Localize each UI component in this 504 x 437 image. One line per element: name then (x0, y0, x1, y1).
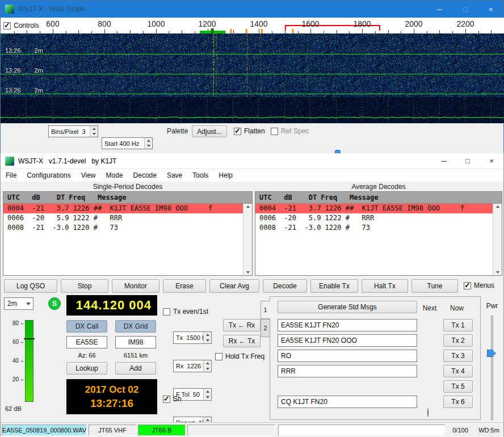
band-combobox[interactable]: 2m (4, 297, 33, 310)
decode-row[interactable]: 0004 -21 3.7 1226 ## K1JT EA5SE IM98 OOO… (255, 204, 493, 213)
enable-tx-button[interactable]: Enable Tx (310, 279, 358, 293)
dx-grid-button[interactable]: DX Grid (115, 320, 156, 333)
menu-view[interactable]: View (76, 170, 101, 181)
scale-label: 2000 (405, 19, 422, 28)
progress-bar (278, 425, 445, 436)
meter-level-mark (24, 338, 35, 339)
pwr-label: Pwr (481, 302, 503, 310)
maximize-icon[interactable]: □ (456, 153, 480, 169)
frequency-scale[interactable]: 600 800 1000 1200 1400 1600 1800 2000 22… (1, 18, 503, 33)
frequency-display[interactable]: 144.120 004 (66, 295, 157, 316)
menu-mode[interactable]: Mode (101, 170, 128, 181)
tx2-now-button[interactable]: Tx 2 (443, 334, 473, 347)
tune-button[interactable]: Tune (411, 279, 458, 293)
tx1-message-field[interactable]: EA5SE K1JT FN20 (278, 319, 417, 331)
spinner-arrows-icon[interactable] (144, 138, 152, 149)
tx3-message-field[interactable]: RO (278, 350, 417, 362)
tx6-now-button[interactable]: Tx 6 (443, 396, 473, 408)
dx-grid-field[interactable]: IM98 (115, 336, 156, 348)
decode-row[interactable]: 0008 -21 -3.0 1220 # 73 (3, 223, 243, 233)
menu-decode[interactable]: Decode (128, 170, 162, 181)
menu-help[interactable]: Help (213, 170, 238, 181)
hold-tx-freq-label: Hold Tx Freq (225, 352, 264, 360)
tx-freq-spinner[interactable]: Tx 1500 Hz (173, 331, 212, 344)
wide-graph-titlebar[interactable]: WSJT-X - Wide Graph ─ □ × (1, 1, 503, 18)
menu-save[interactable]: Save (162, 170, 187, 181)
tab-messages-2[interactable]: 2 (261, 319, 270, 337)
controls-checkbox[interactable]: Controls (3, 22, 41, 30)
scroll-down-icon[interactable] (496, 271, 499, 274)
bins-per-pixel-spinner[interactable]: Bins/Pixel 3 (48, 125, 98, 137)
flatten-checkbox[interactable]: Flatten (234, 127, 265, 135)
clock-date: 2017 Oct 02 (85, 384, 139, 396)
close-icon[interactable]: × (478, 1, 503, 18)
stop-button[interactable]: Stop (61, 279, 108, 293)
tx1-now-button[interactable]: Tx 1 (443, 319, 473, 331)
sh-checkbox[interactable]: Sh (163, 395, 182, 403)
scroll-down-icon[interactable] (246, 271, 250, 274)
menu-tools[interactable]: Tools (187, 170, 213, 181)
spinner-arrows-icon[interactable] (203, 389, 211, 400)
decode-row[interactable]: 0004 -21 3.7 1226 ## K1JT EA5SE IM98 OOO… (3, 204, 243, 213)
waterfall-timestamp: 13:26 2m (5, 47, 43, 54)
rx-from-tx-button[interactable]: Rx ← Tx (223, 335, 261, 347)
dx-call-button[interactable]: DX Call (66, 320, 107, 333)
lookup-button[interactable]: Lookup (66, 362, 107, 375)
generate-std-msgs-button[interactable]: Generate Std Msgs (278, 301, 417, 313)
minimize-icon[interactable]: ─ (427, 1, 452, 18)
wav-file-badge: EA5SE_050819_000800.WAV (2, 425, 87, 436)
scrollbar[interactable] (243, 204, 252, 275)
wide-graph-controls: Bins/Pixel 3 Start 400 Hz Palette Adjust… (1, 123, 503, 154)
pwr-slider[interactable] (486, 316, 498, 420)
tx4-message-field[interactable]: RRR (278, 365, 417, 377)
halt-tx-button[interactable]: Halt Tx (362, 279, 408, 293)
scroll-up-icon[interactable] (496, 205, 499, 208)
maximize-icon[interactable]: □ (452, 1, 478, 18)
chevron-down-icon[interactable] (24, 298, 33, 309)
tx6-message-field[interactable]: CQ K1JT FN20 (278, 396, 417, 408)
waterfall-canvas[interactable] (1, 33, 504, 123)
erase-button[interactable]: Erase (163, 279, 206, 293)
minimize-icon[interactable]: ─ (432, 153, 456, 169)
scroll-up-icon[interactable] (246, 205, 250, 208)
next-column-label: Next (418, 304, 441, 312)
clear-avg-button[interactable]: Clear Avg (209, 279, 259, 293)
tx3-now-button[interactable]: Tx 3 (443, 350, 473, 362)
decode-button[interactable]: Decode (263, 279, 307, 293)
adjust-button[interactable]: Adjust... (192, 125, 227, 137)
ref-spec-checkbox[interactable]: Ref Spec (271, 127, 309, 135)
monitor-button[interactable]: Monitor (112, 279, 159, 293)
clock-time: 13:27:16 (90, 397, 133, 410)
decode-row[interactable]: 0008 -21 -3.0 1220 # 73 (255, 223, 493, 233)
dx-call-field[interactable]: EA5SE (66, 336, 107, 348)
tx1-next-radio[interactable] (427, 408, 429, 417)
status-bar: EA5SE_050819_000800.WAV JT65 VHF JT65 B … (1, 422, 503, 437)
slider-handle[interactable] (487, 350, 496, 357)
spinner-arrows-icon[interactable] (90, 126, 98, 137)
tab-messages-1[interactable]: 1 (261, 301, 270, 319)
log-qso-button[interactable]: Log QSO (4, 279, 57, 293)
tx-from-rx-button[interactable]: Tx ← Rx (223, 319, 261, 331)
rx-freq-spinner[interactable]: Rx 1226 Hz (173, 360, 212, 372)
add-button[interactable]: Add (115, 362, 156, 375)
menu-configurations[interactable]: Configurations (22, 170, 75, 181)
tx-even-checkbox[interactable]: Tx even/1st (163, 308, 208, 316)
main-window: WSJT-X v1.7.1-devel by K1JT ─ □ × File C… (0, 153, 504, 437)
tx2-message-field[interactable]: EA5SE K1JT FN20 OOO (278, 334, 417, 347)
decode-row[interactable]: 0006 -20 5.9 1222 # RRR (255, 213, 493, 223)
close-icon[interactable]: × (480, 153, 503, 169)
button-label: DX Grid (124, 322, 148, 330)
hold-tx-freq-checkbox[interactable]: Hold Tx Freq (215, 352, 264, 360)
waterfall[interactable]: 13:26 2m 13:26 2m 13:26 2m (1, 33, 503, 123)
scrollbar[interactable] (493, 204, 502, 275)
tx5-now-button[interactable]: Tx 5 (443, 380, 473, 393)
tx4-now-button[interactable]: Tx 4 (443, 365, 473, 377)
spinner-arrows-icon[interactable] (203, 332, 211, 343)
spinner-arrows-icon[interactable] (203, 360, 211, 372)
decode-row[interactable]: 0006 -20 5.9 1222 # RRR (3, 213, 243, 223)
main-titlebar[interactable]: WSJT-X v1.7.1-devel by K1JT ─ □ × (1, 153, 503, 169)
menus-checkbox[interactable]: Menus (464, 281, 494, 289)
start-freq-spinner[interactable]: Start 400 Hz (102, 137, 153, 149)
tx-even-label: Tx even/1st (173, 308, 208, 316)
menu-file[interactable]: File (1, 170, 22, 181)
